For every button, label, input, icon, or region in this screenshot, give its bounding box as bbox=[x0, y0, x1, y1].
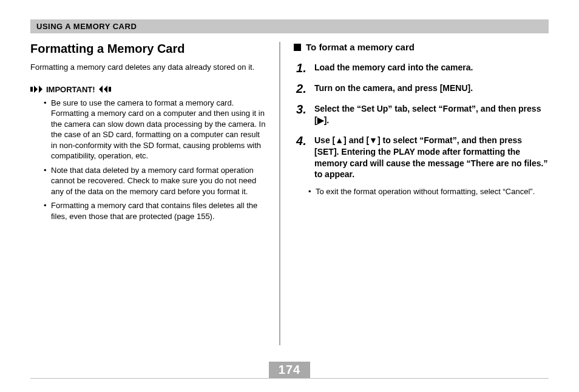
step-sub-bullets: To exit the format operation without for… bbox=[294, 186, 549, 197]
sub-bullet-item: To exit the format operation without for… bbox=[316, 186, 549, 197]
page-footer: 174 bbox=[0, 362, 579, 379]
page-number: 174 bbox=[269, 362, 310, 378]
bullet-item: Note that data deleted by a memory card … bbox=[51, 165, 266, 197]
section-title: Formatting a Memory Card bbox=[30, 42, 266, 56]
step-item: 2 Turn on the camera, and press [MENU]. bbox=[296, 83, 549, 95]
chapter-header: USING A MEMORY CARD bbox=[30, 19, 549, 33]
procedure-heading: To format a memory card bbox=[294, 42, 549, 52]
important-label: IMPORTANT! bbox=[46, 85, 95, 94]
procedure-heading-text: To format a memory card bbox=[306, 42, 415, 52]
footer-rule bbox=[30, 378, 549, 379]
steps-list: 1 Load the memory card into the camera. … bbox=[294, 62, 549, 180]
bullet-item: Formatting a memory card that contains f… bbox=[51, 200, 266, 221]
step-item: 4 Use [▲] and [▼] to select “Format”, an… bbox=[296, 135, 549, 181]
step-text: Load the memory card into the camera. bbox=[314, 62, 549, 73]
step-number: 3 bbox=[296, 103, 310, 115]
step-text: Select the “Set Up” tab, select “Format”… bbox=[314, 103, 549, 126]
left-column: Formatting a Memory Card Formatting a me… bbox=[30, 42, 279, 345]
important-decor-right-icon bbox=[98, 86, 111, 93]
step-number: 2 bbox=[296, 83, 310, 95]
important-bullets: Be sure to use the camera to format a me… bbox=[30, 98, 266, 222]
right-column: To format a memory card 1 Load the memor… bbox=[280, 42, 549, 345]
chapter-title: USING A MEMORY CARD bbox=[36, 22, 137, 31]
step-item: 1 Load the memory card into the camera. bbox=[296, 62, 549, 74]
important-decor-left-icon bbox=[30, 86, 44, 93]
important-heading: IMPORTANT! bbox=[30, 85, 266, 94]
bullet-item: Be sure to use the camera to format a me… bbox=[51, 98, 266, 161]
manual-page: USING A MEMORY CARD Formatting a Memory … bbox=[0, 0, 579, 392]
step-text: Use [▲] and [▼] to select “Format”, and … bbox=[314, 135, 549, 181]
square-bullet-icon bbox=[294, 44, 301, 51]
step-text: Turn on the camera, and press [MENU]. bbox=[314, 83, 549, 94]
step-number: 1 bbox=[296, 62, 310, 74]
content-columns: Formatting a Memory Card Formatting a me… bbox=[30, 42, 549, 345]
intro-text: Formatting a memory card deletes any dat… bbox=[30, 62, 266, 73]
step-number: 4 bbox=[296, 135, 310, 147]
step-item: 3 Select the “Set Up” tab, select “Forma… bbox=[296, 103, 549, 126]
